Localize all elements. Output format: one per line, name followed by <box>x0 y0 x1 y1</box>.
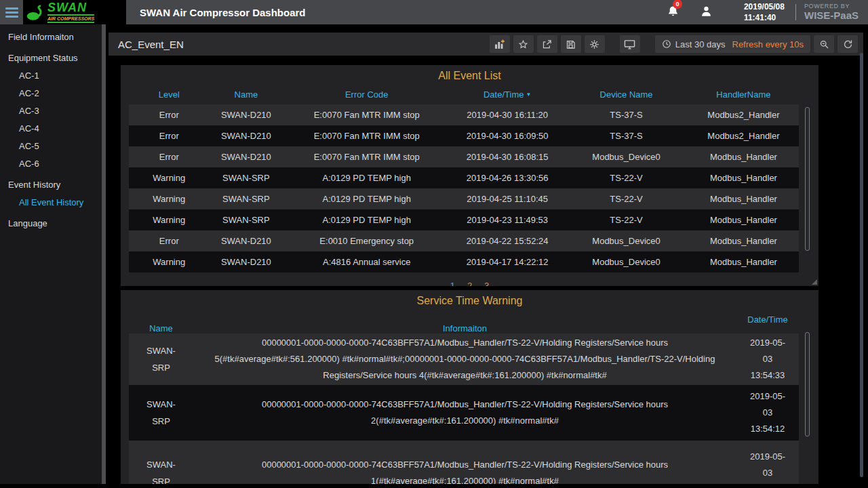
cell-device: TS-22-V <box>564 215 688 225</box>
cell-datetime: 2019-04-30 16:09:50 <box>450 131 564 141</box>
cell-datetime: 2019-04-25 11:10:45 <box>450 194 564 204</box>
share-icon <box>542 39 552 49</box>
col-level[interactable]: Level <box>129 89 210 100</box>
cell-error-code: A:4816 Annual service <box>283 257 450 267</box>
cell-error-code: E:0070 Fan MTR IMM stop <box>283 152 450 162</box>
col-error-code[interactable]: Error Code <box>283 89 450 100</box>
sidebar-item-ac-5[interactable]: AC-5 <box>0 138 102 155</box>
panel-title[interactable]: All Event List <box>121 65 818 82</box>
user-icon[interactable] <box>700 5 713 20</box>
cell-level: Warning <box>129 194 210 204</box>
add-panel-button[interactable] <box>490 35 510 53</box>
cell-error-code: E:0010 Emergency stop <box>283 236 450 246</box>
cell-name: SWAN- SRP <box>129 342 193 376</box>
sidebar-scrollbar[interactable] <box>102 24 106 484</box>
refresh-interval-label[interactable]: Refresh every 10s <box>732 39 804 49</box>
table-row: Warning SWAN-SRP A:0129 PD TEMP high 201… <box>129 209 799 230</box>
cell-error-code: A:0129 PD TEMP high <box>283 215 450 225</box>
col-name[interactable]: Name <box>129 323 193 333</box>
col-datetime[interactable]: Date/Time <box>736 313 799 325</box>
cell-device: Modbus_Device0 <box>564 152 688 162</box>
cell-datetime: 2019-05- 03 13:54:12 <box>736 388 799 437</box>
save-icon <box>566 39 576 49</box>
table-row: Warning SWAN-D210 A:4816 Annual service … <box>129 251 799 272</box>
dashboard-toolbar: AC_Event_EN <box>108 33 863 56</box>
settings-button[interactable] <box>585 35 605 53</box>
sidebar-item-ac-6[interactable]: AC-6 <box>0 155 102 173</box>
star-button[interactable] <box>513 35 534 53</box>
refresh-button[interactable] <box>837 35 858 53</box>
refresh-icon <box>843 39 853 49</box>
zoom-out-button[interactable] <box>814 35 834 53</box>
dashboard-name[interactable]: AC_Event_EN <box>118 39 184 50</box>
clock-icon <box>662 39 671 49</box>
page-2-button[interactable]: 2 <box>467 281 472 286</box>
sidebar-item-ac-3[interactable]: AC-3 <box>0 102 102 120</box>
sidebar-item-ac-4[interactable]: AC-4 <box>0 120 102 138</box>
notification-bell-icon[interactable]: 0 <box>667 5 679 20</box>
cell-error-code: A:0129 PD TEMP high <box>283 173 450 183</box>
cell-name: SWAN-D210 <box>210 110 283 120</box>
cell-device: TS-37-S <box>564 131 688 141</box>
time-text: 11:41:40 <box>744 12 785 23</box>
cell-level: Warning <box>129 215 210 225</box>
col-information[interactable]: Informaiton <box>193 323 736 333</box>
kiosk-mode-button[interactable] <box>620 35 640 53</box>
cell-information: 00000001-0000-0000-0000-74C63BFF57A1/Mod… <box>193 335 736 384</box>
zoom-out-icon <box>819 39 829 49</box>
notification-badge: 0 <box>673 0 682 9</box>
table-row: Warning SWAN-SRP A:0129 PD TEMP high 201… <box>129 167 799 188</box>
cell-level: Warning <box>129 257 210 267</box>
cell-name: SWAN-SRP <box>210 194 283 204</box>
logo-tagline-text: AIR COMPRESSORS <box>47 14 94 23</box>
cell-datetime: 2019-05- 03 13:54:33 <box>736 335 799 384</box>
sidebar-item-language[interactable]: Language <box>0 215 102 232</box>
panel-resize-handle[interactable] <box>812 279 817 285</box>
cell-level: Error <box>129 152 210 162</box>
sidebar-item-event-history[interactable]: Event History <box>0 176 102 194</box>
panel-scrollbar[interactable] <box>805 107 810 251</box>
cell-device: Modbus_Device0 <box>564 257 688 267</box>
sidebar-item-ac-1[interactable]: AC-1 <box>0 67 102 85</box>
service-time-warning-panel: Service Time Warning Name Informaiton Da… <box>121 290 818 484</box>
page-1-button[interactable]: 1 <box>450 281 455 286</box>
col-datetime[interactable]: Date/Time▼ <box>450 89 564 100</box>
panel-scrollbar[interactable] <box>805 332 810 436</box>
cell-name: SWAN-D210 <box>210 257 283 267</box>
cell-device: Modbus_Device0 <box>564 236 688 246</box>
swan-bird-icon <box>26 3 46 21</box>
service-table: Name Informaiton Date/Time SWAN- SRP 000… <box>129 313 799 484</box>
event-table-body: Error SWAN-D210 E:0070 Fan MTR IMM stop … <box>129 104 799 272</box>
cell-information: 00000001-0000-0000-0000-74C63BFF57A1/Mod… <box>193 396 736 429</box>
cell-handler: Modbus_Handler <box>688 215 799 225</box>
cell-handler: Modbus_Handler <box>688 152 799 162</box>
sidebar-item-all-event-history[interactable]: All Event History <box>0 194 102 211</box>
sidebar-item-equipment-status[interactable]: Equipment Status <box>0 49 102 67</box>
panel-title[interactable]: Service Time Warning <box>121 290 818 307</box>
star-icon <box>518 39 528 49</box>
cell-device: TS-37-S <box>564 110 688 120</box>
top-header-bar: SWAN AIR COMPRESSORS SWAN Air Compressor… <box>0 0 868 24</box>
add-panel-chart-icon <box>494 39 505 50</box>
cell-name: SWAN-SRP <box>210 215 283 225</box>
menu-icon[interactable] <box>0 0 23 24</box>
page-3-button[interactable]: 3 <box>484 281 489 286</box>
cell-handler: Modbus_Handler <box>688 173 799 183</box>
cell-handler: Modbus_Handler <box>688 194 799 204</box>
col-device-name[interactable]: Device Name <box>564 89 688 100</box>
share-button[interactable] <box>537 35 557 53</box>
sidebar-item-ac-2[interactable]: AC-2 <box>0 85 102 102</box>
sidebar-item-field-information[interactable]: Field Informaiton <box>0 28 102 46</box>
cell-device: TS-22-V <box>564 173 688 183</box>
col-name[interactable]: Name <box>210 89 283 100</box>
save-button[interactable] <box>561 35 581 53</box>
cell-datetime: 2019-04-30 16:08:15 <box>450 152 564 162</box>
sort-desc-caret: ▼ <box>526 92 531 98</box>
cell-datetime: 2019-04-22 15:52:24 <box>450 236 564 246</box>
kiosk-monitor-icon <box>624 39 635 50</box>
all-event-list-panel: All Event List Level Name Error Code Dat… <box>121 65 818 286</box>
col-handler-name[interactable]: HandlerName <box>688 89 799 100</box>
page-scrollbar[interactable] <box>860 53 863 477</box>
cell-error-code: A:0129 PD TEMP high <box>283 194 450 204</box>
time-range-picker[interactable]: Last 30 days Refresh every 10s <box>655 35 810 53</box>
